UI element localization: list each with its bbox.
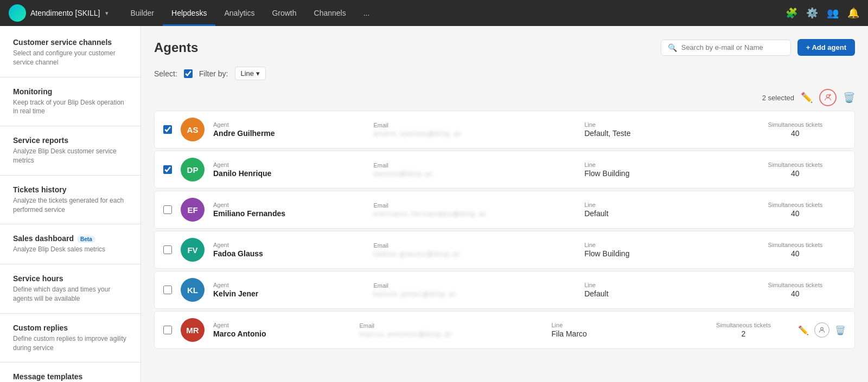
agent-name-5: Marco Antonio — [213, 329, 351, 338]
agent-info-0: Agent Andre Guilherme — [213, 121, 365, 138]
email-col-label: Email — [374, 202, 576, 209]
agent-info-4: Agent Kelvin Jener — [213, 282, 365, 298]
agent-email-col-5: Email marco.antonio@blip.ai — [360, 322, 543, 338]
sidebar-divider-3 — [0, 175, 141, 176]
row-assign-icon-5[interactable] — [814, 322, 829, 338]
agent-checkbox-3[interactable] — [163, 245, 172, 254]
agent-email-col-3: Email fadoa.glauss@blip.ai — [374, 242, 576, 258]
email-col-label: Email — [374, 242, 576, 249]
sidebar-divider-5 — [0, 264, 141, 264]
search-input[interactable] — [681, 43, 784, 51]
row-delete-icon-5[interactable]: 🗑️ — [835, 325, 846, 335]
gear-icon[interactable]: ⚙️ — [806, 7, 818, 19]
agent-email-col-1: Email danilo@blip.ai — [374, 162, 576, 178]
team-icon[interactable]: 👥 — [827, 7, 839, 19]
avatar-2: EF — [181, 198, 205, 222]
agent-checkbox-0[interactable] — [163, 125, 172, 134]
agent-line-0: Default, Teste — [584, 129, 736, 138]
nav-builder[interactable]: Builder — [122, 0, 163, 26]
sidebar-item-desc: Define custom replies to improve agility… — [13, 334, 127, 353]
sidebar-item-title: Custom replies — [13, 323, 127, 332]
agent-checkbox-4[interactable] — [163, 286, 172, 294]
avatar-1: DP — [181, 158, 205, 182]
sidebar-item-desc: Analyze the tickets generated for each p… — [13, 196, 127, 215]
sidebar-item-monitoring[interactable]: Monitoring Keep track of your Blip Desk … — [0, 80, 141, 124]
sidebar-item-service-hours[interactable]: Service hours Define which days and time… — [0, 267, 141, 311]
line-col-label: Line — [584, 242, 736, 248]
sidebar-item-custom-replies[interactable]: Custom replies Define custom replies to … — [0, 316, 141, 360]
agent-col-label: Agent — [213, 282, 365, 288]
sidebar-divider-2 — [0, 126, 141, 126]
tickets-col-label: Simultaneous tickets — [745, 202, 846, 208]
agent-email-col-2: Email emiliano.fernandes@blip.ai — [374, 202, 576, 218]
bell-icon[interactable]: 🔔 — [847, 7, 859, 19]
table-row: KL Agent Kelvin Jener Email kelvin.jener… — [154, 271, 855, 309]
puzzle-icon[interactable]: 🧩 — [786, 7, 797, 19]
bulk-delete-icon[interactable]: 🗑️ — [843, 92, 855, 103]
sidebar-divider-7 — [0, 362, 141, 362]
agent-checkbox-5[interactable] — [163, 326, 172, 334]
search-icon: 🔍 — [668, 43, 677, 52]
beta-badge: Beta — [77, 236, 95, 243]
tickets-col-label: Simultaneous tickets — [698, 322, 789, 328]
agent-line-col-0: Line Default, Teste — [584, 121, 736, 138]
sidebar-item-tickets-history[interactable]: Tickets history Analyze the tickets gene… — [0, 178, 141, 222]
agent-col-label: Agent — [213, 121, 365, 128]
nav-analytics[interactable]: Analytics — [215, 0, 263, 26]
brand[interactable]: Atendimento [SKILL] ▾ — [9, 4, 108, 22]
bulk-edit-icon[interactable]: ✏️ — [801, 92, 813, 103]
tickets-col-label: Simultaneous tickets — [745, 282, 846, 288]
assign-svg-5 — [818, 326, 826, 334]
agent-email-3: fadoa.glauss@blip.ai — [374, 250, 576, 258]
table-row: AS Agent Andre Guilherme Email andre.san… — [154, 111, 855, 148]
agent-line-1: Flow Building — [584, 169, 736, 178]
agent-checkbox-1[interactable] — [163, 165, 172, 174]
line-col-label: Line — [584, 121, 736, 128]
agent-tickets-1: 40 — [745, 169, 846, 178]
sidebar-item-desc: Analyze Blip Desk sales metrics — [13, 245, 127, 254]
nav-helpdesks[interactable]: Helpdesks — [163, 0, 215, 26]
sidebar-item-desc: Analyze Blip Desk customer service metri… — [13, 147, 127, 165]
filter-dropdown[interactable]: Line ▾ — [235, 67, 266, 80]
email-col-label: Email — [374, 162, 576, 169]
table-row: EF Agent Emiliano Fernandes Email emilia… — [154, 191, 855, 229]
sidebar-item-sales-dashboard[interactable]: Sales dashboardBeta Analyze Blip Desk sa… — [0, 226, 141, 262]
agent-name-4: Kelvin Jener — [213, 289, 365, 298]
line-col-label: Line — [584, 282, 736, 288]
sidebar-item-service-reports[interactable]: Service reports Analyze Blip Desk custom… — [0, 128, 141, 173]
sidebar-divider-4 — [0, 224, 141, 224]
email-col-label: Email — [374, 122, 576, 128]
brand-name: Atendimento [SKILL] — [30, 9, 100, 17]
agent-line-4: Default — [584, 289, 736, 298]
agent-tickets-col-2: Simultaneous tickets 40 — [745, 202, 846, 218]
sidebar-item-message-templates[interactable]: Message templates — [0, 365, 141, 382]
agent-line-col-4: Line Default — [584, 282, 736, 298]
agent-info-5: Agent Marco Antonio — [213, 322, 351, 338]
agent-tickets-2: 40 — [745, 209, 846, 218]
agent-email-2: emiliano.fernandes@blip.ai — [374, 210, 576, 218]
search-box[interactable]: 🔍 — [661, 40, 791, 56]
sidebar-divider-6 — [0, 313, 141, 314]
nav-more[interactable]: ... — [355, 0, 379, 26]
agent-tickets-col-1: Simultaneous tickets 40 — [745, 161, 846, 178]
sidebar-item-customer-service[interactable]: Customer service channels Select and con… — [0, 30, 141, 75]
add-agent-button[interactable]: + Add agent — [797, 39, 855, 56]
agent-checkbox-2[interactable] — [163, 205, 172, 214]
nav-channels[interactable]: Channels — [305, 0, 355, 26]
agent-name-1: Danilo Henrique — [213, 169, 365, 178]
agent-line-col-3: Line Flow Building — [584, 242, 736, 258]
sidebar-item-desc: Keep track of your Blip Desk operation i… — [13, 98, 127, 116]
agent-info-3: Agent Fadoa Glauss — [213, 242, 365, 258]
row-edit-icon-5[interactable]: ✏️ — [798, 325, 809, 335]
sidebar-item-title: Service reports — [13, 136, 127, 145]
nav-growth[interactable]: Growth — [263, 0, 305, 26]
nav-links: Builder Helpdesks Analytics Growth Chann… — [122, 0, 786, 26]
agent-name-2: Emiliano Fernandes — [213, 209, 365, 218]
agent-line-3: Flow Building — [584, 249, 736, 258]
line-col-label: Line — [584, 202, 736, 208]
filter-dropdown-icon: ▾ — [256, 69, 260, 77]
brand-dropdown-icon[interactable]: ▾ — [105, 10, 108, 17]
bulk-assign-icon[interactable] — [819, 89, 837, 106]
select-all-checkbox[interactable] — [184, 69, 193, 78]
sidebar-item-title: Tickets history — [13, 185, 127, 194]
